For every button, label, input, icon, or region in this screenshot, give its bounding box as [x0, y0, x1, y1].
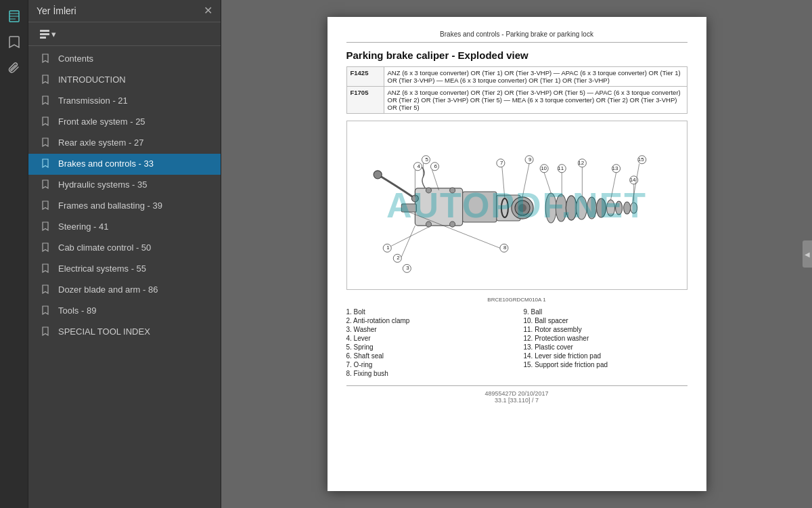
sidebar-item[interactable]: Dozer blade and arm - 86 — [28, 280, 221, 301]
sidebar-item[interactable]: Hydraulic systems - 35 — [28, 175, 221, 196]
svg-rect-4 — [40, 30, 49, 32]
svg-point-15 — [566, 196, 577, 220]
bookmark-icon — [42, 284, 51, 296]
footer-page: 33.1 [33.110] / 7 — [346, 397, 687, 404]
sidebar-item[interactable]: Electrical systems - 55 — [28, 259, 221, 280]
svg-text:6: 6 — [434, 163, 437, 169]
part-item: 2. Anti-rotation clamp — [346, 317, 510, 324]
sidebar-item[interactable]: Front axle system - 25 — [28, 112, 221, 133]
sidebar-item[interactable]: SPECIAL TOOL INDEX — [28, 322, 221, 343]
svg-text:4: 4 — [417, 163, 420, 169]
main-content: Brakes and controls - Parking brake or p… — [221, 0, 812, 508]
svg-text:3: 3 — [406, 265, 409, 271]
bookmark-icon — [42, 96, 51, 107]
nav-item-label: Front axle system - 25 — [58, 117, 212, 128]
svg-point-27 — [426, 221, 431, 227]
svg-rect-7 — [415, 188, 462, 226]
nav-item-label: Cab climate control - 50 — [58, 242, 212, 254]
bookmarks-panel-icon[interactable] — [3, 5, 25, 27]
sidebar-toolbar: ▾ — [28, 22, 221, 46]
sidebar-title: Yer İmleri — [37, 5, 76, 16]
part-item: 4. Lever — [346, 335, 510, 342]
table-row: F1705ANZ (6 x 3 torque converter) OR (Ti… — [346, 87, 687, 114]
svg-point-26 — [449, 188, 455, 193]
part-item: 10. Ball spacer — [524, 317, 687, 324]
sidebar-item[interactable]: Tools - 89 — [28, 301, 221, 322]
page-main-title: Parking brake caliper - Exploded view — [346, 49, 687, 61]
nav-item-label: Transmission - 21 — [58, 96, 212, 107]
svg-point-28 — [449, 221, 455, 227]
part-item: 14. Lever side friction pad — [524, 352, 687, 360]
svg-point-25 — [426, 188, 431, 193]
sidebar-list-button[interactable]: ▾ — [35, 26, 60, 41]
parts-col-left: 1. Bolt2. Anti-rotation clamp3. Washer4.… — [346, 308, 510, 379]
left-toolbar — [0, 0, 28, 508]
svg-text:2: 2 — [397, 255, 400, 261]
diagram-box: 1 2 3 4 5 — [346, 121, 687, 290]
svg-point-17 — [587, 197, 596, 219]
diagram-caption: BRCE10GRDCM010A 1 — [346, 297, 687, 303]
bookmark-icon — [42, 305, 51, 317]
part-item: 8. Fixing bush — [346, 370, 510, 377]
part-item: 12. Protection washer — [524, 335, 687, 342]
sidebar-item[interactable]: Rear axle system - 27 — [28, 133, 221, 154]
part-item: 3. Washer — [346, 326, 510, 333]
sidebar-item[interactable]: Steering - 41 — [28, 217, 221, 238]
nav-item-label: Steering - 41 — [58, 221, 212, 233]
bookmark-icon — [42, 158, 51, 170]
nav-item-label: Rear axle system - 27 — [58, 137, 212, 149]
table-desc: ANZ (6 x 3 torque converter) OR (Tier 2)… — [384, 87, 687, 114]
svg-point-18 — [596, 198, 606, 217]
bookmark-icon — [42, 200, 51, 212]
single-bookmark-icon[interactable] — [3, 31, 25, 53]
svg-rect-8 — [462, 192, 496, 222]
svg-line-59 — [544, 173, 551, 193]
part-item: 6. Shaft seal — [346, 352, 510, 360]
footer-doc: 48955427D 20/10/2017 — [346, 390, 687, 397]
svg-line-36 — [401, 226, 415, 257]
sidebar-item[interactable]: Contents — [28, 49, 221, 70]
sidebar-close-button[interactable]: ✕ — [204, 5, 212, 16]
nav-item-label: INTRODUCTION — [58, 75, 212, 86]
page-footer: 48955427D 20/10/2017 33.1 [33.110] / 7 — [346, 385, 687, 404]
sidebar-item[interactable]: INTRODUCTION — [28, 70, 221, 91]
svg-point-20 — [615, 201, 622, 215]
svg-text:7: 7 — [499, 160, 503, 166]
nav-item-label: Contents — [58, 54, 212, 65]
sidebar-header: Yer İmleri ✕ — [28, 0, 221, 22]
svg-point-14 — [556, 194, 566, 221]
nav-item-label: Dozer blade and arm - 86 — [58, 284, 212, 296]
svg-point-19 — [606, 200, 614, 216]
svg-text:9: 9 — [528, 156, 532, 163]
sidebar-item[interactable]: Brakes and controls - 33 — [28, 154, 221, 175]
svg-point-12 — [518, 204, 526, 212]
svg-text:1: 1 — [386, 245, 390, 251]
svg-line-68 — [610, 173, 616, 200]
parts-col-right: 9. Ball10. Ball spacer11. Rotor assembly… — [524, 308, 687, 379]
svg-point-23 — [374, 171, 382, 179]
attachment-icon[interactable] — [3, 57, 25, 79]
nav-item-label: Electrical systems - 55 — [58, 263, 212, 275]
dropdown-icon: ▾ — [51, 29, 56, 39]
scroll-handle[interactable]: ◀ — [803, 240, 812, 268]
caliper-diagram: 1 2 3 4 5 — [347, 121, 687, 289]
bookmark-icon — [42, 54, 51, 65]
sidebar-item[interactable]: Frames and ballasting - 39 — [28, 196, 221, 217]
part-item: 5. Spring — [346, 343, 510, 351]
bookmark-icon — [42, 242, 51, 254]
sidebar-item[interactable]: Transmission - 21 — [28, 91, 221, 112]
svg-text:5: 5 — [425, 156, 428, 163]
sidebar-panel: Yer İmleri ✕ ▾ Contents INTRODUCTION — [28, 0, 221, 508]
nav-item-label: Brakes and controls - 33 — [58, 158, 212, 170]
svg-text:8: 8 — [503, 245, 506, 251]
table-desc: ANZ (6 x 3 torque converter) OR (Tier 1)… — [384, 67, 687, 87]
part-item: 7. O-ring — [346, 361, 510, 368]
svg-point-21 — [623, 202, 630, 214]
part-item: 9. Ball — [524, 308, 687, 316]
sidebar-item[interactable]: Cab climate control - 50 — [28, 238, 221, 259]
pdf-page: Brakes and controls - Parking brake or p… — [328, 17, 706, 491]
nav-item-label: Frames and ballasting - 39 — [58, 200, 212, 212]
svg-point-16 — [576, 196, 587, 219]
svg-rect-30 — [401, 204, 416, 212]
svg-text:10: 10 — [541, 165, 547, 171]
